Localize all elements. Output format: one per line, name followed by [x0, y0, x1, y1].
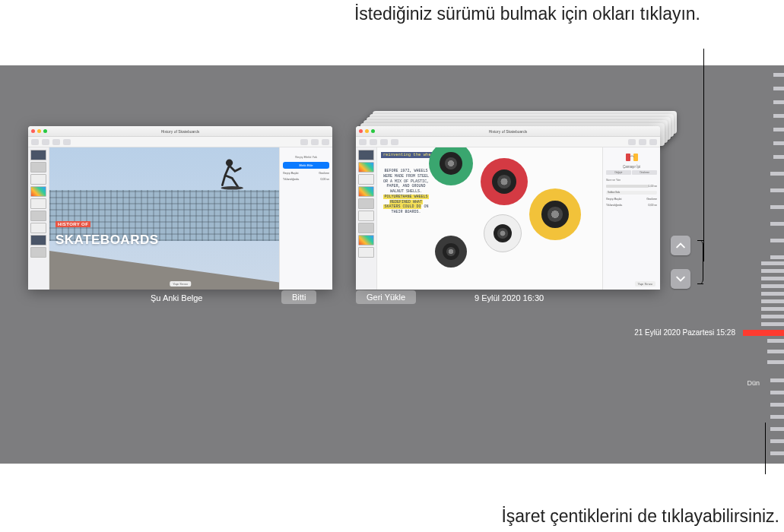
slide-canvas[interactable]: reinventing the wheel BEFORE 1972, WHEEL… [377, 147, 602, 290]
toolbar-button[interactable] [649, 139, 657, 145]
timeline-tick[interactable] [761, 261, 784, 265]
toolbar-button[interactable] [42, 139, 49, 145]
timeline-tick[interactable] [773, 128, 784, 131]
done-button[interactable]: Bitti [281, 290, 316, 304]
minimize-icon[interactable] [37, 129, 41, 133]
timeline-tick[interactable] [770, 378, 784, 382]
toolbar-button[interactable] [311, 139, 319, 145]
change-button[interactable]: Değiştir [606, 170, 631, 175]
app-toolbar[interactable] [28, 137, 332, 147]
timeline-tick[interactable] [761, 269, 784, 273]
timeline-tick-current[interactable] [743, 330, 784, 336]
slide-thumbnail[interactable] [30, 235, 46, 245]
timeline-tick[interactable] [761, 277, 784, 280]
timeline-tick[interactable] [770, 255, 784, 259]
timeline-tick[interactable] [773, 155, 784, 159]
window-traffic-lights[interactable] [359, 129, 375, 133]
slide-thumbnail[interactable] [358, 162, 374, 173]
slide-thumbnail[interactable] [358, 186, 374, 197]
slide-thumbnail[interactable] [358, 174, 374, 185]
timeline-tick[interactable] [770, 403, 784, 407]
toolbar-button[interactable] [359, 139, 367, 145]
slide-thumbnail-rail[interactable] [28, 147, 49, 290]
timeline-tick[interactable] [761, 315, 784, 318]
slide-thumbnail[interactable] [358, 150, 374, 160]
toolbar-button[interactable] [628, 139, 636, 145]
timeline-tick[interactable] [770, 451, 784, 455]
toolbar-button[interactable] [300, 139, 308, 145]
timeline-tick[interactable] [761, 299, 784, 303]
slide-thumbnail[interactable] [30, 247, 46, 258]
restore-button[interactable]: Geri Yükle [356, 290, 416, 304]
close-icon[interactable] [31, 129, 35, 133]
previous-version-arrow[interactable] [671, 236, 690, 255]
version-timeline[interactable] [738, 65, 784, 464]
slide-thumbnail[interactable] [30, 223, 46, 233]
toolbar-button[interactable] [63, 139, 71, 145]
timeline-tick[interactable] [770, 415, 784, 419]
timeline-tick[interactable] [770, 222, 784, 226]
slide-canvas[interactable]: HISTORY OF SKATEBOARDS [49, 147, 279, 290]
timeline-tick[interactable] [770, 427, 784, 431]
timeline-tick[interactable] [770, 239, 784, 242]
build-order-button[interactable]: Yapı Sırası [170, 281, 191, 287]
timeline-tick[interactable] [767, 360, 784, 364]
slide-thumbnail[interactable] [358, 198, 374, 209]
slide-thumbnail[interactable] [30, 162, 46, 173]
slide-thumbnail[interactable] [358, 235, 374, 245]
toolbar-button[interactable] [52, 139, 60, 145]
timeline-tick[interactable] [770, 391, 784, 394]
timeline-tick[interactable] [773, 141, 784, 145]
preview-button[interactable]: Önizleme [632, 170, 657, 175]
slide-thumbnail[interactable] [30, 211, 46, 221]
window-titlebar[interactable]: History of Skateboards [28, 126, 332, 137]
toolbar-button[interactable] [370, 139, 377, 145]
timeline-tick[interactable] [770, 439, 784, 443]
window-titlebar[interactable]: History of Skateboards [356, 126, 660, 137]
toolbar-button[interactable] [31, 139, 39, 145]
slide-thumbnail[interactable] [30, 186, 46, 197]
timeline-tick[interactable] [773, 114, 784, 118]
app-toolbar[interactable] [356, 137, 660, 147]
timeline-tick[interactable] [770, 172, 784, 176]
timeline-tick[interactable] [767, 350, 784, 353]
build-order-button[interactable]: Yapı Sırası [635, 281, 656, 287]
toolbar-button[interactable] [322, 139, 329, 145]
zoom-icon[interactable] [371, 129, 375, 133]
slide-thumbnail-rail[interactable] [356, 147, 377, 290]
inspector-panel[interactable]: Çamaşır İpi Değiştir Önizleme Süre ve Yö… [602, 147, 660, 290]
transition-preview-icon [625, 152, 639, 163]
add-effect-button[interactable]: Efekt Ekle [283, 162, 329, 169]
minimize-icon[interactable] [365, 129, 369, 133]
leader-bottom-vertical [765, 423, 766, 474]
timeline-tick[interactable] [761, 307, 784, 311]
direction-select[interactable]: Soldan Sola [606, 191, 657, 195]
next-version-arrow[interactable] [671, 269, 690, 289]
duration-field[interactable] [606, 185, 649, 188]
close-icon[interactable] [359, 129, 363, 133]
callout-bottom: İşaret çentiklerini de tıklayabilirsiniz… [399, 505, 779, 527]
timeline-tick[interactable] [773, 100, 784, 104]
timeline-tick[interactable] [761, 322, 784, 326]
toolbar-button[interactable] [639, 139, 646, 145]
slide-thumbnail[interactable] [30, 174, 46, 185]
slide-thumbnail[interactable] [358, 211, 374, 221]
inspector-panel[interactable]: Geçiş Efekti Yok Efekt Ekle Geçişi Başla… [279, 147, 332, 290]
toolbar-button[interactable] [380, 139, 388, 145]
timeline-tick[interactable] [773, 73, 784, 77]
older-version-window[interactable]: History of Skateboards [356, 126, 660, 290]
slide-thumbnail[interactable] [358, 247, 374, 258]
current-document-window[interactable]: History of Skateboards [28, 126, 332, 290]
slide-thumbnail[interactable] [358, 223, 374, 233]
timeline-tick[interactable] [773, 87, 784, 90]
window-traffic-lights[interactable] [31, 129, 47, 133]
toolbar-button[interactable] [391, 139, 398, 145]
timeline-tick[interactable] [770, 205, 784, 209]
timeline-tick[interactable] [770, 188, 784, 192]
zoom-icon[interactable] [43, 129, 47, 133]
timeline-tick[interactable] [767, 339, 784, 343]
timeline-tick[interactable] [761, 284, 784, 288]
timeline-tick[interactable] [761, 292, 784, 296]
slide-thumbnail[interactable] [30, 198, 46, 209]
slide-thumbnail[interactable] [30, 150, 46, 160]
